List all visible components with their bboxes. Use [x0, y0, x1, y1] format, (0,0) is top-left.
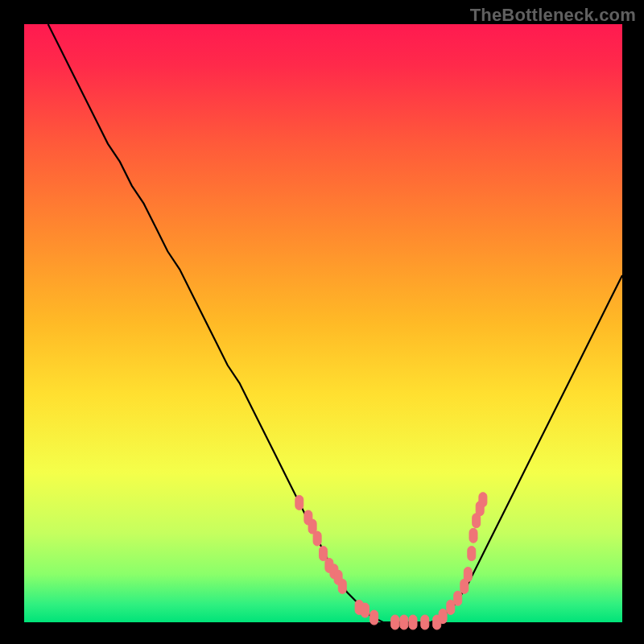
- gradient-background: [0, 0, 644, 644]
- watermark-text: TheBottleneck.com: [470, 5, 636, 26]
- chart-container: TheBottleneck.com: [0, 0, 644, 644]
